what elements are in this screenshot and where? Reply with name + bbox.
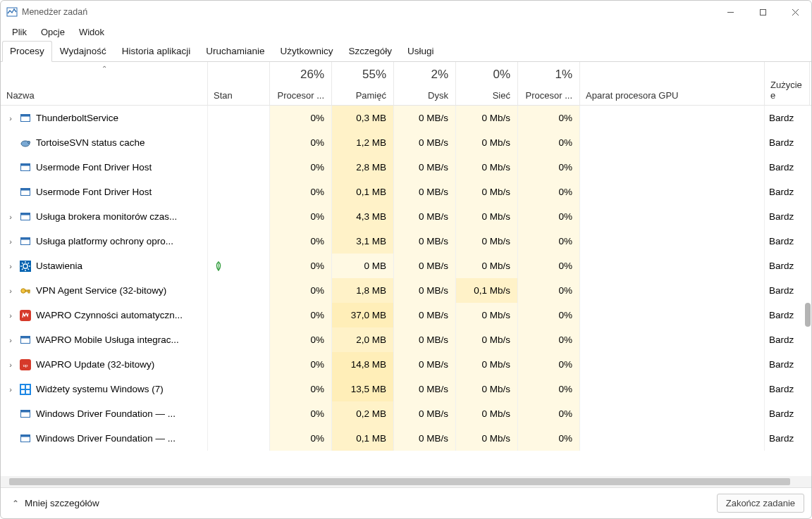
expander-icon[interactable]: › <box>5 262 16 270</box>
generic-app-icon <box>19 408 32 420</box>
process-row[interactable]: ›Usługa platformy ochrony opro...0%3,1 M… <box>1 229 811 254</box>
chevron-up-icon: ⌃ <box>12 499 19 508</box>
cell-disk: 0 MB/s <box>394 204 456 229</box>
process-name: Usługa platformy ochrony opro... <box>36 236 173 246</box>
column-header-disk[interactable]: 2% Dysk <box>394 62 456 105</box>
tab[interactable]: Procesy <box>2 41 52 62</box>
cell-memory: 0,1 MB <box>332 426 394 451</box>
horizontal-scrollbar[interactable] <box>1 476 811 487</box>
cell-cpu: 0% <box>270 229 332 254</box>
wapro-up-icon: up <box>19 358 32 371</box>
fewer-details-button[interactable]: ⌃ Mniej szczegółów <box>8 495 104 511</box>
column-header-gpu-engine[interactable]: Aparat procesora GPU <box>580 62 765 105</box>
cell-gpu: 0% <box>518 229 580 254</box>
cell-network: 0 Mb/s <box>456 352 518 377</box>
svg-rect-42 <box>21 410 30 412</box>
cell-memory: 0,3 MB <box>332 106 394 130</box>
menu-item[interactable]: Plik <box>5 25 34 39</box>
cell-gpu-engine <box>580 327 765 352</box>
tab[interactable]: Usługi <box>400 41 442 62</box>
cell-gpu: 0% <box>518 426 580 451</box>
menu-item[interactable]: Opcje <box>34 25 72 39</box>
column-header-name[interactable]: ⌃ Nazwa <box>1 62 208 105</box>
process-row[interactable]: TortoiseSVN status cache0%1,2 MB0 MB/s0 … <box>1 130 811 155</box>
process-row[interactable]: Usermode Font Driver Host0%0,1 MB0 MB/s0… <box>1 180 811 204</box>
tab[interactable]: Szczegóły <box>341 41 400 62</box>
cell-name: ›WAPRO Mobile Usługa integrac... <box>1 327 208 352</box>
column-header-cpu[interactable]: 26% Procesor ... <box>270 62 332 105</box>
cell-disk: 0 MB/s <box>394 401 456 426</box>
cell-network: 0 Mb/s <box>456 426 518 451</box>
expander-icon[interactable]: › <box>5 336 16 344</box>
cell-name: Windows Driver Foundation — ... <box>1 401 208 426</box>
expander-icon[interactable]: › <box>5 213 16 221</box>
process-row[interactable]: Windows Driver Foundation — ...0%0,2 MB0… <box>1 401 811 426</box>
process-row[interactable]: ›upWAPRO Update (32-bitowy)0%14,8 MB0 MB… <box>1 352 811 377</box>
cell-gpu-consumption: Bardz <box>765 155 810 180</box>
minimize-button[interactable] <box>714 1 746 23</box>
column-header-state[interactable]: Stan <box>208 62 270 105</box>
cell-name: Usermode Font Driver Host <box>1 155 208 180</box>
vertical-scrollbar[interactable] <box>804 106 811 476</box>
process-row[interactable]: ›Widżety systemu Windows (7)0%13,5 MB0 M… <box>1 377 811 401</box>
tab[interactable]: Historia aplikacji <box>114 41 199 62</box>
process-name: Usermode Font Driver Host <box>36 187 152 197</box>
cell-network: 0 Mb/s <box>456 303 518 327</box>
maximize-button[interactable] <box>746 1 779 23</box>
widgets-icon <box>19 383 32 396</box>
vertical-scrollbar-thumb[interactable] <box>805 303 811 327</box>
process-row[interactable]: Windows Driver Foundation — ...0%0,1 MB0… <box>1 426 811 451</box>
column-header-gpu[interactable]: 1% Procesor ... <box>518 62 580 105</box>
svg-point-28 <box>21 288 25 292</box>
expander-icon[interactable]: › <box>5 237 16 246</box>
expander-icon[interactable]: › <box>5 361 16 369</box>
process-row[interactable]: ›Ustawienia0%0 MB0 MB/s0 Mb/s0%Bardz <box>1 254 811 278</box>
cell-gpu-consumption: Bardz <box>765 377 810 401</box>
process-row[interactable]: ›ThunderboltService0%0,3 MB0 MB/s0 Mb/s0… <box>1 106 811 130</box>
column-headers: ⌃ Nazwa Stan 26% Procesor ... 55% Pamięć… <box>1 62 811 106</box>
svg-rect-14 <box>21 213 30 215</box>
cell-disk: 0 MB/s <box>394 377 456 401</box>
process-row[interactable]: ›VPN Agent Service (32-bitowy)0%1,8 MB0 … <box>1 278 811 303</box>
process-name: Windows Driver Foundation — ... <box>36 408 176 419</box>
cell-gpu: 0% <box>518 327 580 352</box>
cell-cpu: 0% <box>270 254 332 278</box>
cell-name: TortoiseSVN status cache <box>1 130 208 155</box>
expander-icon[interactable]: › <box>5 311 16 320</box>
column-header-network[interactable]: 0% Sieć <box>456 62 518 105</box>
column-header-memory[interactable]: 55% Pamięć <box>332 62 394 105</box>
process-row[interactable]: ›Usługa brokera monitorów czas...0%4,3 M… <box>1 204 811 229</box>
end-task-button[interactable]: Zakończ zadanie <box>717 494 804 513</box>
column-header-gpu-consumption[interactable]: Zużycie e <box>765 62 810 105</box>
cell-disk: 0 MB/s <box>394 327 456 352</box>
expander-icon[interactable]: › <box>5 114 16 123</box>
cell-network: 0,1 Mb/s <box>456 278 518 303</box>
tab[interactable]: Uruchamianie <box>198 41 272 62</box>
process-row[interactable]: ›WAPRO Mobile Usługa integrac...0%2,0 MB… <box>1 327 811 352</box>
cell-name: ›Usługa platformy ochrony opro... <box>1 229 208 254</box>
settings-icon <box>19 260 32 273</box>
tab[interactable]: Wydajność <box>52 41 114 62</box>
expander-icon[interactable]: › <box>5 287 16 295</box>
cell-state <box>208 377 270 401</box>
svg-rect-10 <box>21 163 30 165</box>
cell-gpu-engine <box>580 229 765 254</box>
generic-app-icon <box>19 334 32 346</box>
process-row[interactable]: ›WAPRO Czynności automatyczn...0%37,0 MB… <box>1 303 811 327</box>
expander-icon[interactable]: › <box>5 385 16 394</box>
cell-gpu-engine <box>580 278 765 303</box>
cell-memory: 1,2 MB <box>332 130 394 155</box>
close-button[interactable] <box>779 1 811 23</box>
generic-app-icon <box>19 211 32 223</box>
tab[interactable]: Użytkownicy <box>273 41 341 62</box>
horizontal-scrollbar-thumb[interactable] <box>9 478 790 485</box>
menu-item[interactable]: Widok <box>72 25 111 39</box>
cell-cpu: 0% <box>270 204 332 229</box>
cell-gpu-consumption: Bardz <box>765 352 810 377</box>
process-row[interactable]: Usermode Font Driver Host0%2,8 MB0 MB/s0… <box>1 155 811 180</box>
cell-cpu: 0% <box>270 377 332 401</box>
column-summary: 2% <box>431 68 448 82</box>
sort-caret-icon: ⌃ <box>102 65 107 73</box>
process-rows[interactable]: ›ThunderboltService0%0,3 MB0 MB/s0 Mb/s0… <box>1 106 811 476</box>
process-name: WAPRO Update (32-bitowy) <box>36 359 154 370</box>
